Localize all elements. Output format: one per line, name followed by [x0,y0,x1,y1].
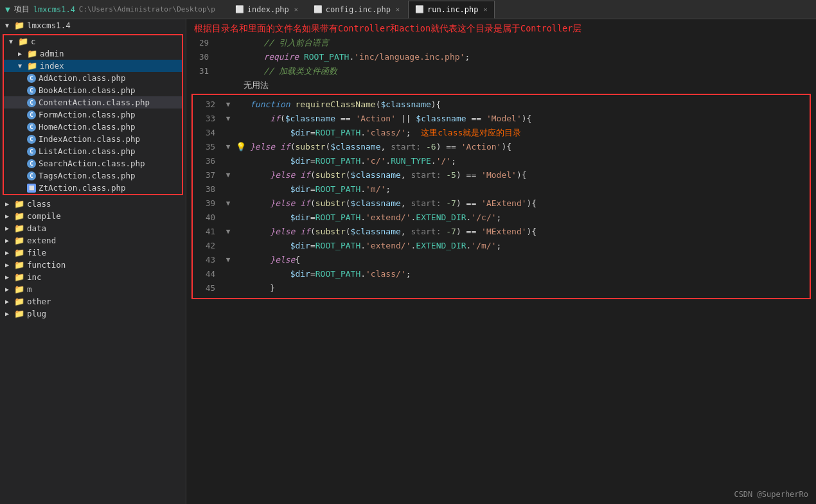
code-line-33: 33 ▼ if($classname == 'Action' || $class… [193,112,810,126]
root-folder-icon: 📁 [14,21,24,30]
code-outline-box: 32 ▼ function requireClassName($classnam… [191,94,811,299]
compile-folder-icon: 📁 [14,211,24,221]
file-formaction[interactable]: C FormAction.class.php [4,109,182,121]
tab-config-inc-php[interactable]: ⬜ config.inc.php ✕ [306,1,407,19]
c-icon-2: C [27,86,36,95]
folder-admin[interactable]: ▶ 📁 admin [4,48,182,60]
file-adaction[interactable]: C AdAction.class.php [4,72,182,84]
tab-run-inc-php[interactable]: ⬜ run.inc.php ✕ [408,1,495,19]
folder-data[interactable]: ▶ 📁 data [0,222,186,234]
file-tagsaction[interactable]: C TagsAction.class.php [4,169,182,182]
tree-root[interactable]: ▼ 📁 lmxcms1.4 [0,19,186,31]
c-icon-8: C [27,159,36,168]
tab-close-icon[interactable]: ✕ [294,6,298,13]
folder-m[interactable]: ▶ 📁 m [0,283,186,295]
code-line-35: 35 ▼ 💡 }else if(substr($classname, start… [193,140,810,154]
inc-folder-icon: 📁 [14,272,24,282]
code-line-39: 39 ▼ }else if(substr($classname, start: … [193,196,810,211]
file-searchaction[interactable]: C SearchAction.class.php [4,157,182,169]
m-folder-icon: 📁 [14,284,24,294]
file-homeaction[interactable]: C HomeAction.class.php [4,121,182,133]
folder-file[interactable]: ▶ 📁 file [0,247,186,259]
watermark: CSDN @SuperherRo [734,490,808,499]
project-info: ▼ 项目 lmxcms1.4 C:\Users\Administrator\De… [5,4,215,15]
code-line-invalid: 无用法 [186,78,816,92]
project-path: C:\Users\Administrator\Desktop\p [79,5,215,13]
code-line-29: 29 // 引入前台语言 [186,36,816,50]
c-icon-7: C [27,147,36,156]
editor: 根据目录名和里面的文件名如果带有Controller和action就代表这个目录… [186,19,816,504]
tab-php-icon: ⬜ [235,5,244,13]
extend-folder-icon: 📁 [14,236,24,245]
folder-compile[interactable]: ▶ 📁 compile [0,210,186,222]
file-folder-icon: 📁 [14,248,24,257]
code-line-44: 44 $dir=ROOT_PATH.'class/'; [193,267,810,281]
c-arrow: ▼ [9,38,17,45]
data-folder-icon: 📁 [14,223,24,233]
c-icon-5: C [27,123,36,132]
file-contentaction[interactable]: C ContentAction.class.php [4,96,182,109]
tab-index-php[interactable]: ⬜ index.php ✕ [228,1,305,19]
code-line-42: 42 $dir=ROOT_PATH.'extend/'.EXTEND_DIR.'… [193,239,810,253]
code-line-34: 34 $dir=ROOT_PATH.'class/'; 这里class就是对应的… [193,126,810,140]
folder-inc[interactable]: ▶ 📁 inc [0,271,186,283]
c-icon-9: C [27,171,36,180]
folder-other[interactable]: ▶ 📁 other [0,295,186,308]
code-line-36: 36 $dir=ROOT_PATH.'c/'.RUN_TYPE.'/'; [193,154,810,168]
tab-inc-icon-2: ⬜ [415,5,424,13]
extend-arrow: ▶ [5,237,13,244]
data-arrow: ▶ [5,225,13,232]
folder-function[interactable]: ▶ 📁 function [0,259,186,271]
project-label: 项目 [14,4,30,15]
inc-arrow: ▶ [5,274,13,281]
c-icon-4: C [27,110,36,119]
main-content: ▼ 📁 lmxcms1.4 ▼ 📁 c ▶ 📁 admin ▼ 📁 index [0,19,816,504]
function-folder-icon: 📁 [14,260,24,270]
file-ztaction[interactable]: ⬜ ZtAction.class.php [4,182,182,194]
code-line-38: 38 $dir=ROOT_PATH.'m/'; [193,182,810,196]
function-arrow: ▶ [5,261,13,268]
code-line-31: 31 // 加载类文件函数 [186,64,816,78]
other-folder-icon: 📁 [14,297,24,306]
project-name: lmxcms1.4 [33,5,75,14]
root-arrow: ▼ [5,22,13,29]
file-bookaction[interactable]: C BookAction.class.php [4,84,182,96]
c-icon-3: C [27,98,36,107]
tree-outline-box: ▼ 📁 c ▶ 📁 admin ▼ 📁 index C AdAction.cla… [3,34,183,195]
index-arrow: ▼ [18,62,26,69]
file-indexaction[interactable]: C IndexAction.class.php [4,133,182,145]
folder-index[interactable]: ▼ 📁 index [4,60,182,72]
file-listaction[interactable]: C ListAction.class.php [4,145,182,157]
c-icon: C [27,74,36,83]
class-arrow: ▶ [5,200,13,207]
compile-arrow: ▶ [5,213,13,220]
php-icon: ⬜ [27,184,36,193]
tab-close-icon-3[interactable]: ✕ [484,6,488,13]
code-line-30: 30 require ROOT_PATH.'inc/language.inc.p… [186,50,816,64]
file-explorer: ▼ 📁 lmxcms1.4 ▼ 📁 c ▶ 📁 admin ▼ 📁 index [0,19,186,504]
other-arrow: ▶ [5,298,13,305]
folder-extend[interactable]: ▶ 📁 extend [0,234,186,247]
folder-class[interactable]: ▶ 📁 class [0,198,186,210]
top-annotation: 根据目录名和里面的文件名如果带有Controller和action就代表这个目录… [186,19,816,36]
code-line-40: 40 $dir=ROOT_PATH.'extend/'.EXTEND_DIR.'… [193,211,810,225]
tab-close-icon-2[interactable]: ✕ [396,6,400,13]
admin-folder-icon: 📁 [27,49,37,58]
tab-inc-icon: ⬜ [314,5,323,13]
plug-arrow: ▶ [5,310,13,317]
c-icon-6: C [27,135,36,144]
class-folder-icon: 📁 [14,199,24,209]
folder-c[interactable]: ▼ 📁 c [4,35,182,48]
file-arrow: ▶ [5,249,13,256]
code-editor[interactable]: 29 // 引入前台语言 30 require ROOT_PATH.'inc/l… [186,36,816,504]
code-line-45: 45 } [193,281,810,295]
admin-arrow: ▶ [18,50,26,57]
plug-folder-icon: 📁 [14,309,24,318]
folder-plug[interactable]: ▶ 📁 plug [0,308,186,320]
code-line-41: 41 ▼ }else if(substr($classname, start: … [193,225,810,239]
top-bar: ▼ 项目 lmxcms1.4 C:\Users\Administrator\De… [0,0,816,19]
code-line-43: 43 ▼ }else{ [193,253,810,267]
project-icon: ▼ [5,4,10,14]
m-arrow: ▶ [5,286,13,293]
code-line-37: 37 ▼ }else if(substr($classname, start: … [193,168,810,182]
